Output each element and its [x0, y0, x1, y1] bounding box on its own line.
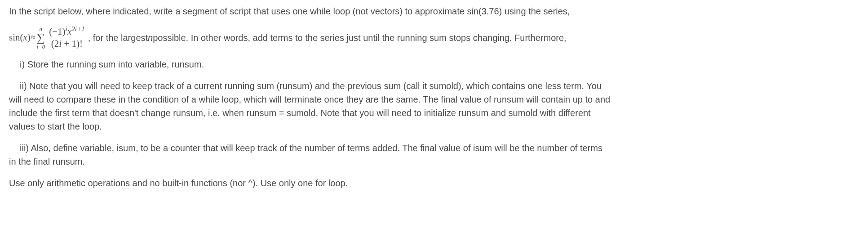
item-i: i) Store the running sum into variable, …	[9, 58, 859, 71]
num-neg1: (−1)	[49, 26, 65, 37]
sigma-lower: i=0	[36, 44, 45, 49]
formula-fraction: (−1)ix2i+1 (2i + 1)!	[48, 27, 86, 49]
formula-close-paren: )	[27, 31, 31, 45]
den-close: + 1)!	[62, 38, 83, 49]
item-iii-line-a: iii) Also, define variable, isum, to be …	[9, 141, 859, 155]
intro-part2: , for the largest	[88, 31, 148, 45]
item-ii-line-a: ii) Note that you will need to keep trac…	[9, 79, 859, 93]
formula-line: sin ( x ) ≈ n ∑ i=0 (−1)ix2i+1 (2i + 1)!…	[9, 26, 859, 49]
item-ii: ii) Note that you will need to keep trac…	[9, 79, 859, 133]
fraction-numerator: (−1)ix2i+1	[48, 27, 86, 38]
num-exp-text: 2i+1	[71, 25, 85, 32]
den-open: (2	[51, 38, 59, 49]
item-ii-line-b: will need to compare these in the condit…	[9, 93, 859, 106]
item-iii: iii) Also, define variable, isum, to be …	[9, 141, 859, 168]
intro-part3: possible. In other words, add terms to t…	[153, 31, 566, 45]
sigma-symbol: ∑	[37, 32, 45, 44]
formula-approx: ≈	[31, 31, 36, 45]
formula-sin: sin	[9, 31, 20, 45]
intro-line-1: In the script below, where indicated, wr…	[9, 4, 859, 18]
formula-open-paren: (	[20, 31, 23, 45]
closing-line: Use only arithmetic operations and no bu…	[9, 176, 859, 190]
num-x: x	[67, 26, 71, 37]
formula-sigma: n ∑ i=0	[36, 26, 45, 49]
item-ii-line-c: include the first term that doesn't chan…	[9, 106, 859, 120]
num-sup-exp: 2i+1	[71, 25, 85, 32]
fraction-denominator: (2i + 1)!	[50, 38, 84, 49]
intro-nvar: n	[148, 31, 153, 45]
item-iii-line-b: in the final runsum.	[9, 155, 859, 168]
item-ii-line-d: values to start the loop.	[9, 120, 859, 133]
formula-x-arg: x	[23, 31, 27, 45]
